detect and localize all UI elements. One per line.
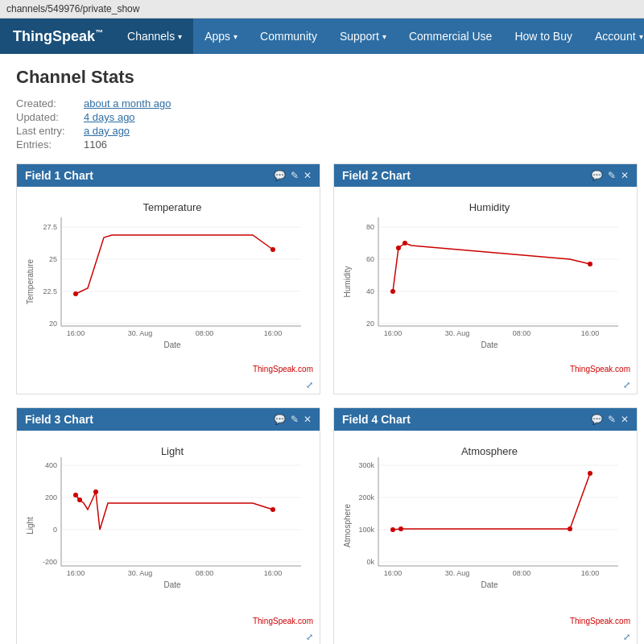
svg-text:25: 25 [49, 255, 57, 263]
field4-svg: Atmosphere Atmosphere 300k 200k 100k 0k … [341, 437, 630, 606]
svg-text:16:00: 16:00 [67, 569, 85, 577]
comment-icon[interactable]: 💬 [274, 170, 286, 181]
svg-point-60 [270, 507, 275, 512]
field4-chart-header: Field 4 Chart 💬 ✎ ✕ [334, 408, 637, 431]
stat-entries-label: Entries: [16, 138, 80, 151]
nav-community[interactable]: Community [249, 19, 328, 54]
comment-icon[interactable]: 💬 [591, 414, 603, 425]
svg-text:08:00: 08:00 [196, 569, 214, 577]
field4-expand-icon[interactable]: ⤢ [623, 632, 630, 642]
edit-icon[interactable]: ✎ [608, 170, 616, 181]
svg-point-57 [73, 493, 78, 497]
stat-created-value[interactable]: about a month ago [84, 97, 171, 109]
charts-grid: Field 1 Chart 💬 ✎ ✕ Temperature Temperat… [16, 163, 628, 644]
svg-point-78 [390, 527, 395, 532]
nav-account-label: Account [595, 30, 636, 43]
svg-text:100k: 100k [358, 526, 374, 534]
svg-text:Atmosphere: Atmosphere [343, 504, 352, 547]
stat-updated: Updated: 4 days ago [16, 111, 628, 123]
field2-svg: Humidity Humidity 80 60 40 20 16:00 30. … [341, 193, 630, 354]
field4-credit: ThingSpeak.com [334, 615, 637, 629]
field1-chart-body: Temperature Temperature 27.5 25 22.5 20 [17, 187, 320, 363]
svg-text:16:00: 16:00 [581, 329, 600, 337]
nav-apps-label: Apps [204, 30, 230, 43]
stat-last-entry-value[interactable]: a day ago [84, 125, 130, 137]
svg-text:40: 40 [366, 287, 374, 295]
page-title: Channel Stats [16, 67, 628, 88]
comment-icon[interactable]: 💬 [274, 414, 286, 425]
svg-text:200: 200 [45, 493, 57, 502]
nav-channels[interactable]: Channels ▾ [116, 19, 193, 54]
svg-point-79 [398, 526, 403, 531]
field3-chart-title: Field 3 Chart [25, 413, 93, 426]
field3-svg: Light Light 400 200 0 -200 16:00 30. Aug… [23, 437, 313, 606]
field3-credit: ThingSpeak.com [17, 615, 320, 629]
svg-text:16:00: 16:00 [264, 329, 283, 337]
nav-how-to-buy[interactable]: How to Buy [503, 19, 584, 54]
svg-point-80 [568, 526, 572, 531]
svg-point-81 [588, 471, 592, 476]
nav-account[interactable]: Account ▾ [584, 19, 644, 54]
url-text: channels/549976/private_show [6, 3, 139, 14]
svg-text:Date: Date [481, 341, 498, 349]
svg-point-39 [588, 262, 592, 266]
chevron-down-icon: ▾ [639, 32, 643, 41]
stat-last-entry: Last entry: a day ago [16, 125, 628, 137]
nav-commercial-use[interactable]: Commercial Use [398, 19, 503, 54]
svg-text:Date: Date [163, 580, 181, 589]
edit-icon[interactable]: ✎ [291, 170, 299, 181]
field2-chart-header: Field 2 Chart 💬 ✎ ✕ [334, 164, 637, 187]
nav-apps[interactable]: Apps ▾ [193, 19, 249, 54]
brand-logo[interactable]: ThingSpeak™ [0, 19, 116, 54]
svg-text:16:00: 16:00 [581, 569, 600, 577]
svg-text:80: 80 [366, 223, 374, 231]
field2-expand-icon[interactable]: ⤢ [623, 380, 630, 390]
nav-commercial-label: Commercial Use [409, 30, 492, 43]
field4-chart-title: Field 4 Chart [342, 413, 411, 426]
edit-icon[interactable]: ✎ [291, 414, 299, 425]
field1-chart-card: Field 1 Chart 💬 ✎ ✕ Temperature Temperat… [16, 163, 320, 394]
svg-text:Date: Date [163, 341, 181, 349]
browser-address-bar: channels/549976/private_show [0, 0, 644, 19]
svg-text:Light: Light [161, 445, 184, 457]
svg-text:30. Aug: 30. Aug [445, 569, 470, 577]
channel-stats: Created: about a month ago Updated: 4 da… [16, 97, 628, 151]
nav-support[interactable]: Support ▾ [328, 19, 398, 54]
field3-expand-icon[interactable]: ⤢ [306, 632, 313, 642]
nav-community-label: Community [260, 30, 317, 43]
close-icon[interactable]: ✕ [621, 414, 629, 425]
field1-expand-icon[interactable]: ⤢ [306, 380, 313, 390]
stat-updated-label: Updated: [16, 111, 80, 123]
stat-created-label: Created: [16, 97, 80, 109]
svg-point-36 [390, 289, 395, 294]
svg-text:16:00: 16:00 [264, 569, 283, 577]
chevron-down-icon: ▾ [233, 32, 237, 41]
field2-chart-card: Field 2 Chart 💬 ✎ ✕ Humidity Humidity 80… [333, 163, 638, 394]
close-icon[interactable]: ✕ [303, 414, 312, 425]
svg-text:Humidity: Humidity [469, 201, 510, 213]
edit-icon[interactable]: ✎ [608, 414, 616, 425]
svg-text:Date: Date [481, 580, 498, 589]
svg-text:300k: 300k [358, 461, 374, 469]
svg-text:400: 400 [45, 461, 57, 469]
svg-point-37 [396, 246, 401, 250]
svg-text:20: 20 [49, 320, 57, 328]
comment-icon[interactable]: 💬 [591, 170, 603, 181]
svg-point-17 [73, 291, 78, 296]
field3-chart-header: Field 3 Chart 💬 ✎ ✕ [17, 408, 320, 431]
svg-text:60: 60 [366, 255, 374, 263]
field1-chart-title: Field 1 Chart [25, 169, 93, 182]
svg-text:27.5: 27.5 [43, 223, 57, 231]
field1-svg: Temperature Temperature 27.5 25 22.5 20 [23, 193, 313, 354]
svg-text:08:00: 08:00 [513, 569, 531, 577]
close-icon[interactable]: ✕ [621, 170, 629, 181]
field3-chart-card: Field 3 Chart 💬 ✎ ✕ Light Light 400 200 … [16, 407, 320, 644]
svg-text:16:00: 16:00 [384, 329, 402, 337]
close-icon[interactable]: ✕ [303, 170, 312, 181]
field3-chart-body: Light Light 400 200 0 -200 16:00 30. Aug… [17, 431, 320, 615]
field2-chart-body: Humidity Humidity 80 60 40 20 16:00 30. … [334, 187, 637, 363]
nav-how-to-buy-label: How to Buy [514, 30, 572, 43]
nav-channels-label: Channels [127, 30, 175, 43]
nav-support-label: Support [340, 30, 379, 43]
stat-updated-value[interactable]: 4 days ago [84, 111, 135, 123]
